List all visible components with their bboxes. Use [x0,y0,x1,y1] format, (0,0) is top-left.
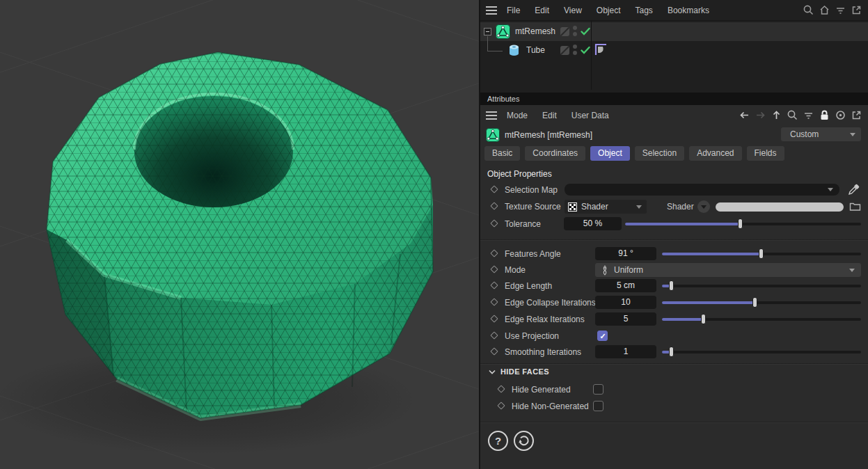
smoothing-value-field[interactable]: 1 [595,345,656,358]
search-icon[interactable] [787,109,798,121]
remesh-object-icon [486,128,500,142]
up-arrow-icon[interactable] [771,109,782,121]
smoothing-slider[interactable] [662,345,861,358]
visibility-editor-dot[interactable] [573,26,577,30]
preset-dropdown[interactable]: Custom [781,127,861,141]
object-title: mtRemesh [mtRemesh] [505,130,592,140]
target-icon[interactable] [835,109,846,121]
layer-toggle-icon[interactable] [560,46,569,55]
features-angle-label: Features Angle [505,249,561,259]
selection-map-field[interactable] [565,184,839,196]
edge-length-label: Edge Length [505,281,552,291]
tolerance-value-field[interactable]: 50 % [564,217,622,230]
folder-icon[interactable] [849,200,862,213]
edge-relax-label: Edge Relax Iterations [505,315,585,324]
layer-toggle-icon[interactable] [560,27,569,36]
help-button[interactable]: ? [488,431,508,451]
visibility-editor-dot[interactable] [573,45,577,49]
tree-row-mtremesh[interactable]: mtRemesh [480,22,868,41]
am-menu-userdata[interactable]: User Data [571,111,609,120]
shader-dropdown-button[interactable] [697,200,710,213]
remeshed-mesh-object[interactable] [47,52,433,418]
tab-fields[interactable]: Fields [747,146,784,161]
popout-icon[interactable] [851,4,862,16]
separator [480,422,868,423]
hamburger-menu-icon[interactable] [486,6,497,15]
tree-connector [487,36,488,51]
am-menu-mode[interactable]: Mode [507,111,528,120]
edge-collapse-label: Edge Collapse Iterations [505,298,596,308]
expand-collapse-icon[interactable] [484,28,491,35]
filter-icon[interactable] [835,4,846,16]
edge-length-value-field[interactable]: 5 cm [595,279,656,292]
diamond-bullet-icon [490,331,498,339]
row-edge-relax-iterations: Edge Relax Iterations 5 [480,312,868,326]
tab-basic[interactable]: Basic [484,146,520,161]
om-menu-edit[interactable]: Edit [535,6,549,15]
slider-handle[interactable] [752,297,757,308]
home-icon[interactable] [819,4,830,16]
hide-faces-group-header[interactable]: HIDE FACES [489,367,549,376]
om-menu-view[interactable]: View [564,6,582,15]
reset-button[interactable] [514,431,534,451]
edge-collapse-value-field[interactable]: 10 [595,296,656,309]
om-column-divider [591,21,592,90]
row-smoothing-iterations: Smoothing Iterations 1 [480,345,868,359]
row-features-angle: Features Angle 91 ° [480,247,868,261]
popout-icon[interactable] [851,109,862,121]
enable-check-icon[interactable] [580,45,591,56]
tab-advanced[interactable]: Advanced [689,146,741,161]
features-angle-slider[interactable] [662,247,861,260]
object-name-mtremesh[interactable]: mtRemesh [515,26,555,36]
diamond-bullet-icon [490,298,498,305]
slider-handle[interactable] [701,314,706,324]
object-name-tube[interactable]: Tube [526,45,545,55]
om-menu-file[interactable]: File [507,6,520,15]
om-menu-bookmarks[interactable]: Bookmarks [668,6,709,15]
edge-length-slider[interactable] [662,279,861,292]
filter-icon[interactable] [803,109,814,121]
tree-row-tube[interactable]: Tube [480,41,868,60]
diamond-bullet-icon [490,347,498,355]
hide-faces-title: HIDE FACES [500,367,549,376]
texture-source-label: Texture Source [505,202,561,212]
eyedropper-icon[interactable] [847,183,860,196]
om-menu-tags[interactable]: Tags [636,6,653,15]
slider-handle[interactable] [669,280,674,291]
back-arrow-icon[interactable] [739,109,750,121]
row-mode: Mode Uniform [480,263,868,277]
separator [480,239,868,241]
phong-tag-icon[interactable] [594,43,607,56]
tab-object[interactable]: Object [590,146,630,161]
search-icon[interactable] [803,4,814,16]
hide-non-generated-checkbox[interactable] [593,401,603,411]
enable-check-icon[interactable] [580,26,591,37]
slider-handle[interactable] [669,347,674,357]
visibility-render-dot[interactable] [573,51,577,55]
edge-collapse-slider[interactable] [662,296,861,309]
tab-selection[interactable]: Selection [635,146,684,161]
lock-icon[interactable] [819,109,830,121]
edge-relax-slider[interactable] [662,312,861,326]
hide-generated-checkbox[interactable] [593,384,603,395]
slider-handle[interactable] [738,218,743,229]
edge-relax-value-field[interactable]: 5 [595,312,656,326]
preset-dropdown-value: Custom [790,129,819,139]
om-menu-object[interactable]: Object [597,6,621,15]
use-projection-checkbox[interactable] [597,331,608,341]
3d-viewport[interactable] [0,0,480,469]
shader-link-field[interactable] [716,202,844,212]
tolerance-slider[interactable] [625,217,861,230]
texture-source-dropdown[interactable]: Shader [565,200,647,214]
forward-arrow-icon[interactable] [755,109,766,121]
features-angle-value-field[interactable]: 91 ° [595,247,656,260]
am-menu-edit[interactable]: Edit [542,111,557,120]
chevron-down-icon [850,133,855,136]
mode-dropdown[interactable]: Uniform [595,263,861,277]
visibility-render-dot[interactable] [573,32,577,36]
tab-coordinates[interactable]: Coordinates [525,146,585,161]
hamburger-menu-icon[interactable] [486,111,497,120]
chevron-down-icon [636,205,642,209]
separator [480,363,868,365]
slider-handle[interactable] [759,248,764,259]
